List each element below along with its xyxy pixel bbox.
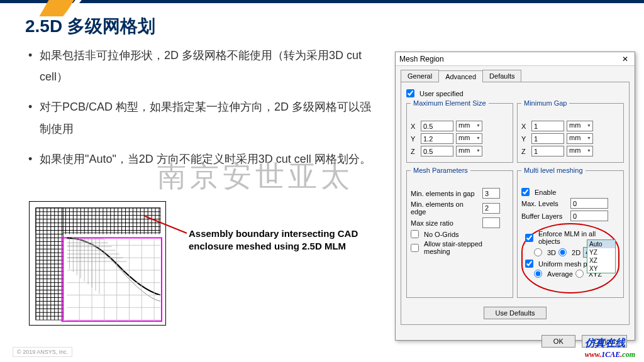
stair-checkbox[interactable] xyxy=(411,244,419,252)
max-x-input[interactable] xyxy=(421,121,453,131)
mlm-title: Multi level meshing xyxy=(521,167,586,174)
bullet-2: 对于PCB/CAD 构型，如果指定某一拉伸方向，2D 多级网格可以强制使用 xyxy=(28,96,380,139)
min-gap-elem-input[interactable] xyxy=(482,188,500,199)
callout-text: Assembly boundary intersecting CAD enclo… xyxy=(189,228,365,253)
min-edge-elem-input[interactable] xyxy=(482,203,500,214)
dd-option-yz[interactable]: YZ xyxy=(587,248,615,256)
mesh-diagram xyxy=(29,201,166,326)
max-ratio-input[interactable] xyxy=(482,217,500,228)
dialog-title: Mesh Region xyxy=(399,55,444,63)
direction-dropdown-list[interactable]: Auto YZ XZ XY xyxy=(587,239,616,273)
max-levels-input[interactable] xyxy=(570,198,608,209)
mesh-region-dialog: Mesh Region ✕ General Advanced Defaults … xyxy=(395,52,635,341)
mlm-2d-radio[interactable] xyxy=(558,248,567,256)
close-icon[interactable]: ✕ xyxy=(619,55,631,63)
buffer-layers-input[interactable] xyxy=(570,211,608,221)
tab-general[interactable]: General xyxy=(401,70,439,82)
mingap-y-input[interactable] xyxy=(531,133,564,144)
mingap-z-unit[interactable]: mm xyxy=(567,146,593,156)
min-gap-title: Minimum Gap xyxy=(521,99,569,107)
ok-button[interactable]: OK xyxy=(541,335,575,348)
max-y-unit[interactable]: mm xyxy=(456,133,482,144)
mingap-y-unit[interactable]: mm xyxy=(567,133,593,144)
page-title: 2.5D 多级网格划 xyxy=(25,14,644,38)
user-specified-checkbox[interactable] xyxy=(406,89,414,97)
tab-advanced[interactable]: Advanced xyxy=(438,70,483,82)
use-defaults-button[interactable]: Use Defaults xyxy=(484,307,547,319)
bullet-list: 如果包括非可拉伸形状，2D 多级网格不能使用（转为采用3D cut cell） … xyxy=(28,45,380,170)
user-specified-label: User specified xyxy=(419,90,464,97)
max-z-unit[interactable]: mm xyxy=(456,146,482,156)
dd-option-auto[interactable]: Auto xyxy=(587,240,615,248)
mesh-params-title: Mesh Parameters xyxy=(411,167,470,174)
avg-radio[interactable] xyxy=(534,270,542,278)
mlm-enable-checkbox[interactable] xyxy=(521,188,530,196)
xyz-radio[interactable] xyxy=(575,270,584,278)
bullet-3: 如果使用"Auto"，当2D 方向不能定义时采用3D cut cell 网格划分… xyxy=(28,148,380,170)
tab-defaults[interactable]: Defaults xyxy=(482,70,521,82)
mingap-x-input[interactable] xyxy=(531,121,564,131)
footer-brand: 仿真在线 www.1CAE.com xyxy=(585,337,635,359)
max-y-input[interactable] xyxy=(421,133,453,144)
max-elem-title: Maximum Element Size xyxy=(411,99,489,107)
mingap-x-unit[interactable]: mm xyxy=(567,121,593,131)
max-z-input[interactable] xyxy=(421,146,453,156)
mlm-3d-radio[interactable] xyxy=(534,248,542,256)
copyright: © 2019 ANSYS, Inc. xyxy=(13,347,72,357)
enforce-mlm-checkbox[interactable] xyxy=(525,234,533,242)
no-ogrids-checkbox[interactable] xyxy=(411,230,419,238)
max-x-unit[interactable]: mm xyxy=(456,121,482,131)
bullet-1: 如果包括非可拉伸形状，2D 多级网格不能使用（转为采用3D cut cell） xyxy=(28,45,380,87)
mingap-z-input[interactable] xyxy=(531,146,564,156)
dd-option-xy[interactable]: XY xyxy=(587,265,615,273)
dd-option-xz[interactable]: XZ xyxy=(587,256,615,265)
mlm-highlight-circle: Enforce MLM in all objects 3D 2D Auto Un… xyxy=(521,223,619,293)
uniform-mesh-checkbox[interactable] xyxy=(525,260,533,268)
